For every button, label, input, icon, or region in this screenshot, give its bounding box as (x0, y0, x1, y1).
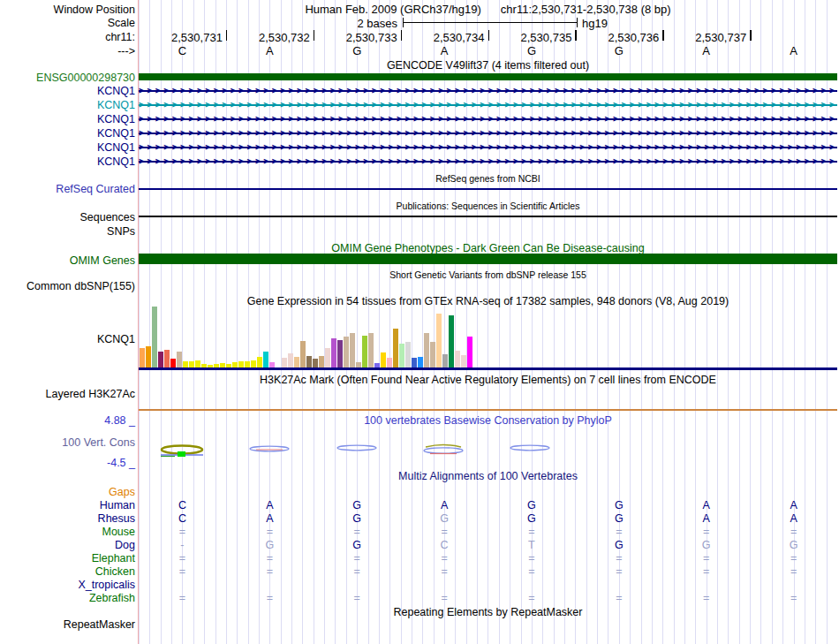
refseq-item-line[interactable] (139, 188, 837, 190)
gtex-bar[interactable] (362, 336, 367, 368)
multiz-row-label[interactable]: X_tropicalis (0, 579, 135, 591)
multiz-cell: = (347, 565, 367, 578)
refseq-title: RefSeq genes from NCBI (139, 173, 837, 184)
gtex-bar[interactable] (288, 353, 293, 368)
multiz-row-label[interactable]: Chicken (0, 565, 135, 578)
multiz-cell: = (172, 592, 192, 604)
sequences-item-line[interactable] (139, 216, 837, 217)
scale-bracket (403, 18, 578, 27)
window-position-title: Human Feb. 2009 (GRCh37/hg19)chr11:2,530… (139, 3, 837, 16)
gtex-bar[interactable] (331, 338, 336, 368)
gencode-transcript-label[interactable]: KCNQ1 (0, 155, 135, 168)
strand-label[interactable]: ---> (0, 45, 135, 57)
multiz-cell: = (784, 552, 804, 564)
gtex-bar[interactable] (337, 340, 343, 368)
gtex-bar[interactable] (300, 341, 306, 368)
multiz-cell: = (784, 565, 804, 578)
gtex-bar[interactable] (325, 348, 330, 368)
gtex-bar[interactable] (461, 355, 466, 368)
gtex-bar[interactable] (399, 344, 404, 368)
multiz-cell: = (260, 552, 279, 564)
gtex-bar[interactable] (164, 350, 170, 368)
sequences-label[interactable]: Sequences (0, 211, 135, 224)
gencode-transcript-arrows: >>>>>>>>>>>>>>>>>>>>>>>>>>>>>>>>>>>>>>>>… (139, 140, 837, 154)
multiz-row-label[interactable]: Gaps (0, 486, 135, 498)
multiz-cell: A (260, 512, 279, 525)
layered-h3k27ac-label[interactable]: Layered H3K27Ac (0, 388, 135, 400)
gencode-transcript-arrows: >>>>>>>>>>>>>>>>>>>>>>>>>>>>>>>>>>>>>>>>… (139, 84, 837, 97)
scale-value: 2 bases (139, 17, 397, 30)
gtex-bar[interactable] (158, 352, 163, 368)
gtex-bar[interactable] (405, 342, 411, 368)
multiz-cell: = (697, 592, 716, 604)
multiz-cell: = (697, 526, 716, 538)
phylop-title: 100 vertebrates Basewise Conservation by… (139, 414, 837, 427)
gtex-bar[interactable] (442, 354, 448, 368)
multiz-cell: A (697, 512, 716, 525)
multiz-row-label[interactable]: Rhesus (0, 512, 135, 525)
multiz-cell: = (435, 565, 454, 578)
multiz-cell: = (697, 552, 716, 564)
multiz-cell: G (522, 499, 541, 511)
multiz-row-label[interactable]: Human (0, 499, 135, 511)
gtex-bar[interactable] (140, 348, 145, 368)
snps-label[interactable]: SNPs (0, 225, 135, 238)
omim-genes-label[interactable]: OMIM Genes (0, 254, 135, 267)
gtex-bar[interactable] (430, 342, 435, 368)
gtex-bar[interactable] (436, 314, 442, 368)
gtex-bar[interactable] (306, 356, 312, 368)
repeatmasker-label[interactable]: RepeatMasker (0, 618, 135, 631)
multiz-cell: G (609, 499, 629, 511)
gencode-gene-bar[interactable] (139, 73, 837, 80)
multiz-cell: = (347, 526, 367, 538)
sequence-base: A (784, 44, 804, 57)
gtex-bar[interactable] (177, 352, 182, 368)
refseq-curated-label[interactable]: RefSeq Curated (0, 183, 135, 195)
gtex-gene-label[interactable]: KCNQ1 (0, 333, 135, 345)
multiz-row-label[interactable]: Elephant (0, 552, 135, 564)
window-position-label: Window Position (0, 4, 135, 16)
gencode-transcript-label[interactable]: KCNQ1 (0, 113, 135, 125)
sequence-base: G (347, 44, 367, 57)
multiz-cell: = (609, 552, 629, 564)
gencode-transcript-arrows: >>>>>>>>>>>>>>>>>>>>>>>>>>>>>>>>>>>>>>>>… (139, 155, 837, 168)
common-dbsnp-label[interactable]: Common dbSNP(155) (0, 280, 135, 292)
gtex-bar[interactable] (344, 337, 349, 368)
gtex-bar[interactable] (319, 356, 324, 368)
gencode-transcript-label[interactable]: KCNQ1 (0, 127, 135, 140)
gencode-gene-label[interactable]: ENSG00000298730 (0, 72, 135, 84)
genome-short-name: hg19 (582, 17, 608, 30)
gtex-bar[interactable] (467, 337, 472, 368)
gtex-bar[interactable] (455, 351, 460, 368)
gencode-transcript-label[interactable]: KCNQ1 (0, 99, 135, 111)
h3k27ac-title: H3K27Ac Mark (Often Found Near Active Re… (139, 374, 837, 386)
gtex-bar[interactable] (424, 333, 429, 368)
omim-gene-bar[interactable] (139, 254, 837, 264)
gtex-bar[interactable] (263, 352, 268, 368)
multiz-cell: = (784, 526, 804, 538)
multiz-cell: = (522, 526, 541, 538)
gencode-transcript-arrows: >>>>>>>>>>>>>>>>>>>>>>>>>>>>>>>>>>>>>>>>… (139, 126, 837, 140)
multiz-row-label[interactable]: Zebrafish (0, 592, 135, 604)
gtex-bar[interactable] (146, 346, 151, 368)
vert-cons-label[interactable]: 100 Vert. Cons (0, 436, 135, 449)
gencode-transcript-label[interactable]: KCNQ1 (0, 141, 135, 154)
multiz-row-label[interactable]: Dog (0, 539, 135, 551)
multiz-cell: = (522, 565, 541, 578)
gencode-transcript-label[interactable]: KCNQ1 (0, 85, 135, 97)
scale-label: Scale (0, 17, 135, 29)
gtex-bar[interactable] (393, 329, 398, 368)
multiz-cell: = (172, 565, 192, 578)
ruler-tick-label: 2,530,732 (222, 31, 310, 44)
phylop-max-value: 4.88 _ (0, 414, 135, 427)
sequence-base: A (260, 44, 279, 57)
ruler-tick-label: 2,530,736 (571, 31, 659, 44)
dbsnp-title: Short Genetic Variants from dbSNP releas… (139, 269, 837, 280)
gtex-bar[interactable] (368, 333, 374, 368)
gtex-bar[interactable] (381, 352, 386, 368)
multiz-cell: G (347, 512, 367, 525)
gtex-bar[interactable] (449, 315, 454, 368)
multiz-row-label[interactable]: Mouse (0, 526, 135, 538)
gtex-bar[interactable] (350, 333, 355, 368)
gtex-bar[interactable] (152, 307, 157, 368)
